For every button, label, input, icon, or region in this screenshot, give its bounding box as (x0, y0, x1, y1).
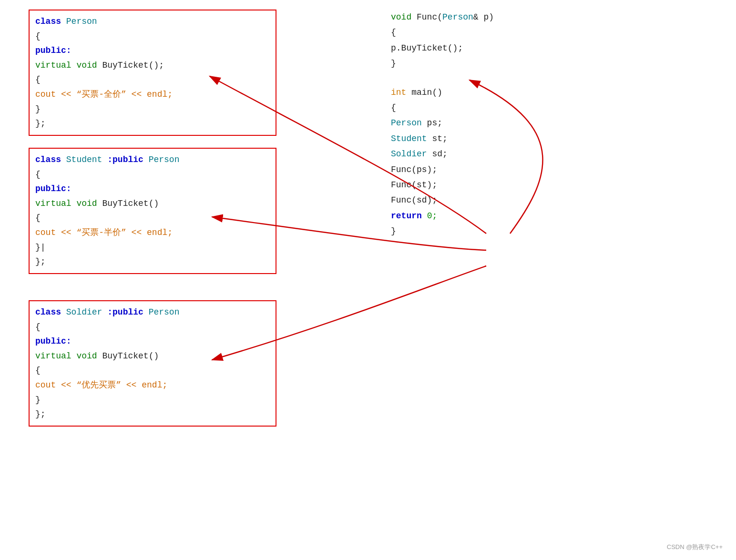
watermark: CSDN @熟夜学C++ (667, 543, 723, 551)
person-class-box: class Person{public: virtual void BuyTic… (29, 10, 276, 136)
student-class-box: class Student :public Person{public: vir… (29, 148, 276, 274)
soldier-class-box: class Soldier :public Person{public: vir… (29, 300, 276, 427)
right-code-block: void Func(Person& p){ p.BuyTicket();}int… (391, 10, 494, 239)
